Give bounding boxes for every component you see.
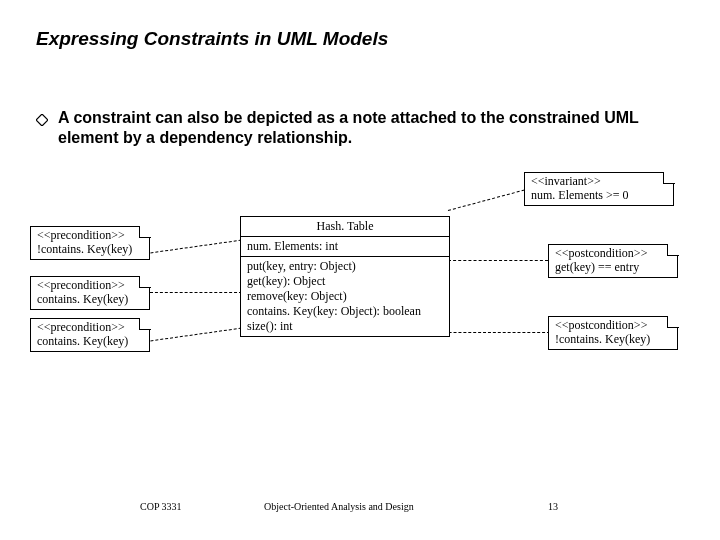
note-dogear-icon	[663, 172, 675, 184]
note-invariant: <<invariant>> num. Elements >= 0	[524, 172, 674, 206]
note-expression: get(key) == entry	[555, 261, 671, 275]
uml-op: size(): int	[247, 319, 443, 334]
note-stereotype: <<precondition>>	[37, 279, 143, 293]
note-postcondition-2: <<postcondition>> !contains. Key(key)	[548, 316, 678, 350]
note-dogear-icon	[667, 316, 679, 328]
note-postcondition-1: <<postcondition>> get(key) == entry	[548, 244, 678, 278]
note-expression: !contains. Key(key)	[555, 333, 671, 347]
slide-title: Expressing Constraints in UML Models	[36, 28, 388, 50]
note-precondition-1: <<precondition>> !contains. Key(key)	[30, 226, 150, 260]
uml-operations: put(key, entry: Object) get(key): Object…	[241, 257, 449, 336]
uml-op: put(key, entry: Object)	[247, 259, 443, 274]
note-stereotype: <<precondition>>	[37, 321, 143, 335]
dependency-line	[150, 328, 241, 342]
diamond-bullet-icon	[36, 112, 48, 130]
note-expression: !contains. Key(key)	[37, 243, 143, 257]
note-stereotype: <<invariant>>	[531, 175, 667, 189]
note-dogear-icon	[139, 318, 151, 330]
dependency-line	[150, 240, 241, 254]
note-precondition-3: <<precondition>> contains. Key(key)	[30, 318, 150, 352]
footer-course: COP 3331	[140, 501, 182, 512]
uml-class-hashtable: Hash. Table num. Elements: int put(key, …	[240, 216, 450, 337]
note-stereotype: <<postcondition>>	[555, 319, 671, 333]
note-expression: contains. Key(key)	[37, 335, 143, 349]
note-stereotype: <<postcondition>>	[555, 247, 671, 261]
bullet-text: A constraint can also be depicted as a n…	[58, 108, 684, 148]
uml-op: remove(key: Object)	[247, 289, 443, 304]
uml-attributes: num. Elements: int	[241, 237, 449, 257]
note-dogear-icon	[139, 226, 151, 238]
note-dogear-icon	[667, 244, 679, 256]
note-precondition-2: <<precondition>> contains. Key(key)	[30, 276, 150, 310]
uml-class-name: Hash. Table	[241, 217, 449, 237]
bullet-row: A constraint can also be depicted as a n…	[36, 108, 684, 148]
note-expression: contains. Key(key)	[37, 293, 143, 307]
footer-title: Object-Oriented Analysis and Design	[264, 501, 414, 512]
footer-page-number: 13	[548, 501, 558, 512]
svg-marker-0	[36, 114, 48, 126]
note-stereotype: <<precondition>>	[37, 229, 143, 243]
note-expression: num. Elements >= 0	[531, 189, 667, 203]
dependency-line	[150, 292, 242, 293]
uml-op: contains. Key(key: Object): boolean	[247, 304, 443, 319]
uml-op: get(key): Object	[247, 274, 443, 289]
note-dogear-icon	[139, 276, 151, 288]
dependency-line	[448, 260, 548, 261]
